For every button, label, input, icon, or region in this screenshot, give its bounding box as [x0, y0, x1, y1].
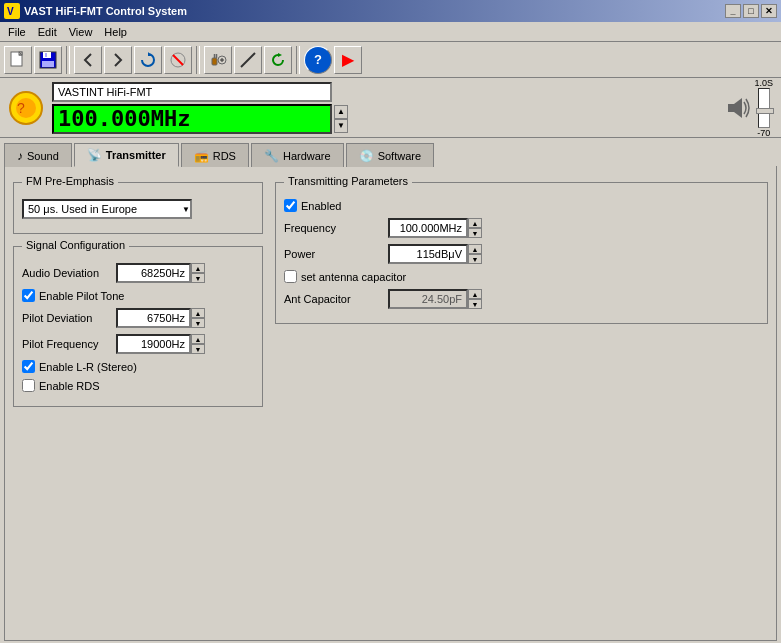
main-content: FM Pre-Emphasis 50 μs. Used in Europe 75… — [4, 166, 777, 641]
svg-text:?: ? — [17, 100, 25, 116]
tab-hardware[interactable]: 🔧 Hardware — [251, 143, 344, 167]
volume-top-label: 1.0S — [754, 78, 773, 88]
tx-power-input[interactable] — [388, 244, 468, 264]
hardware-tab-label: Hardware — [283, 150, 331, 162]
enabled-checkbox[interactable] — [284, 199, 297, 212]
save-button[interactable] — [34, 46, 62, 74]
ant-cap-down[interactable]: ▼ — [468, 299, 482, 309]
ant-cap-up[interactable]: ▲ — [468, 289, 482, 299]
forward-button[interactable] — [104, 46, 132, 74]
menu-edit[interactable]: Edit — [32, 24, 63, 40]
tab-sound[interactable]: ♪ Sound — [4, 143, 72, 167]
volume-area: 1.0S -70 — [726, 78, 773, 138]
transmitter-tab-icon: 📡 — [87, 148, 102, 162]
svg-marker-23 — [734, 98, 742, 118]
tab-rds[interactable]: 📻 RDS — [181, 143, 249, 167]
rds-tab-label: RDS — [213, 150, 236, 162]
ant-capacitor-input[interactable] — [388, 289, 468, 309]
pilot-freq-up[interactable]: ▲ — [191, 334, 205, 344]
pilot-frequency-spinner[interactable]: ▲ ▼ — [116, 334, 205, 354]
enable-pilot-row: Enable Pilot Tone — [22, 289, 254, 302]
minimize-button[interactable]: _ — [725, 4, 741, 18]
refresh-button[interactable] — [134, 46, 162, 74]
volume-track[interactable] — [758, 88, 770, 128]
menu-bar: File Edit View Help — [0, 22, 781, 42]
close-button[interactable]: ✕ — [761, 4, 777, 18]
station-name-input[interactable] — [52, 82, 332, 102]
enable-pilot-checkbox[interactable] — [22, 289, 35, 302]
svg-marker-18 — [278, 53, 282, 57]
tx-freq-down[interactable]: ▼ — [468, 228, 482, 238]
svg-rect-11 — [212, 58, 217, 65]
audio-deviation-spinner[interactable]: ▲ ▼ — [116, 263, 205, 283]
frequency-display: 100.000MHz — [52, 104, 332, 134]
sound-tab-label: Sound — [27, 150, 59, 162]
tab-transmitter[interactable]: 📡 Transmitter — [74, 143, 179, 167]
pilot-dev-down[interactable]: ▼ — [191, 318, 205, 328]
new-button[interactable] — [4, 46, 32, 74]
enable-lr-label[interactable]: Enable L-R (Stereo) — [39, 361, 137, 373]
freq-up-button[interactable]: ▲ — [334, 105, 348, 119]
left-panel: FM Pre-Emphasis 50 μs. Used in Europe 75… — [13, 174, 263, 632]
pilot-deviation-input[interactable] — [116, 308, 191, 328]
header-center: 100.000MHz ▲ ▼ — [52, 82, 718, 134]
tx-power-label: Power — [284, 248, 384, 260]
pilot-freq-down[interactable]: ▼ — [191, 344, 205, 354]
enable-pilot-label[interactable]: Enable Pilot Tone — [39, 290, 124, 302]
menu-view[interactable]: View — [63, 24, 99, 40]
frequency-spinner[interactable]: ▲ ▼ — [334, 105, 348, 133]
pre-emphasis-select-wrap[interactable]: 50 μs. Used in Europe 75 μs. Used in USA… — [22, 199, 192, 219]
connect-button[interactable] — [204, 46, 232, 74]
svg-text:V: V — [7, 6, 14, 17]
pilot-frequency-input[interactable] — [116, 334, 191, 354]
tx-power-down[interactable]: ▼ — [468, 254, 482, 264]
back-button[interactable] — [74, 46, 102, 74]
set-antenna-checkbox[interactable] — [284, 270, 297, 283]
menu-help[interactable]: Help — [98, 24, 133, 40]
tab-software[interactable]: 💿 Software — [346, 143, 434, 167]
speaker-icon — [726, 94, 750, 122]
signal-config-group: Signal Configuration Audio Deviation ▲ ▼… — [13, 246, 263, 407]
audio-deviation-input[interactable] — [116, 263, 191, 283]
transmitter-tab-label: Transmitter — [106, 149, 166, 161]
enable-rds-label[interactable]: Enable RDS — [39, 380, 100, 392]
enabled-label[interactable]: Enabled — [301, 200, 341, 212]
set-antenna-label[interactable]: set antenna capacitor — [301, 271, 406, 283]
pilot-frequency-label: Pilot Frequency — [22, 338, 112, 350]
exit-button[interactable]: ▶ — [334, 46, 362, 74]
tx-freq-up[interactable]: ▲ — [468, 218, 482, 228]
help-button[interactable]: ? — [304, 46, 332, 74]
freq-down-button[interactable]: ▼ — [334, 119, 348, 133]
enable-rds-row: Enable RDS — [22, 379, 254, 392]
audio-dev-down[interactable]: ▼ — [191, 273, 205, 283]
tx-frequency-label: Frequency — [284, 222, 384, 234]
svg-rect-7 — [45, 53, 47, 57]
enable-lr-checkbox[interactable] — [22, 360, 35, 373]
set-antenna-row: set antenna capacitor — [284, 270, 759, 283]
sep2 — [196, 46, 200, 74]
svg-line-10 — [173, 55, 183, 65]
tx-frequency-input[interactable] — [388, 218, 468, 238]
tabs-container: ♪ Sound 📡 Transmitter 📻 RDS 🔧 Hardware 💿… — [0, 138, 781, 166]
fm-pre-emphasis-group: FM Pre-Emphasis 50 μs. Used in Europe 75… — [13, 182, 263, 234]
ant-capacitor-row: Ant Capacitor ▲ ▼ — [284, 289, 759, 309]
hardware-tab-icon: 🔧 — [264, 149, 279, 163]
audio-deviation-row: Audio Deviation ▲ ▼ — [22, 263, 254, 283]
volume-thumb[interactable] — [756, 108, 774, 114]
pilot-frequency-row: Pilot Frequency ▲ ▼ — [22, 334, 254, 354]
menu-file[interactable]: File — [2, 24, 32, 40]
pre-emphasis-select[interactable]: 50 μs. Used in Europe 75 μs. Used in USA… — [22, 199, 192, 219]
window-title: VAST HiFi-FMT Control System — [24, 5, 187, 17]
maximize-button[interactable]: □ — [743, 4, 759, 18]
disconnect-button[interactable] — [234, 46, 262, 74]
pilot-deviation-spinner[interactable]: ▲ ▼ — [116, 308, 205, 328]
title-bar: V VAST HiFi-FMT Control System _ □ ✕ — [0, 0, 781, 22]
tx-power-up[interactable]: ▲ — [468, 244, 482, 254]
sep1 — [66, 46, 70, 74]
sound-tab-icon: ♪ — [17, 149, 23, 163]
stop-button[interactable] — [164, 46, 192, 74]
audio-dev-up[interactable]: ▲ — [191, 263, 205, 273]
enable-rds-checkbox[interactable] — [22, 379, 35, 392]
pilot-dev-up[interactable]: ▲ — [191, 308, 205, 318]
reload-button[interactable] — [264, 46, 292, 74]
